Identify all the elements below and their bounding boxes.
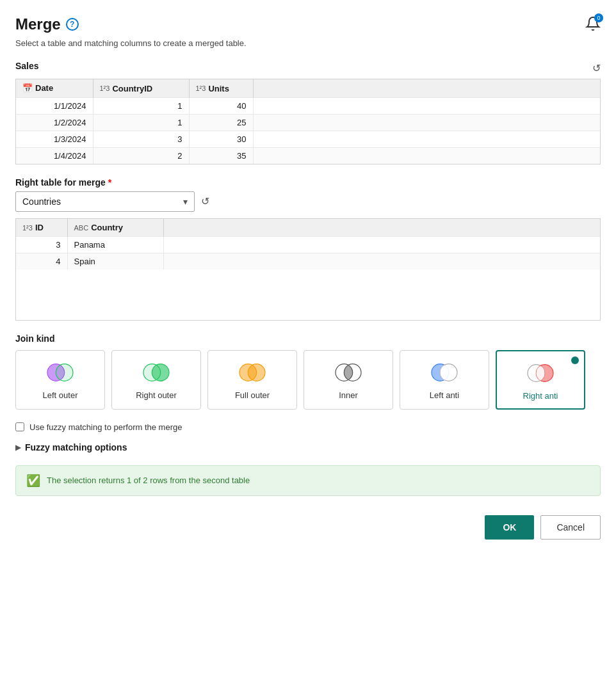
countries-table-row[interactable]: 4 Spain [16,253,600,270]
countries-cell-id: 3 [16,237,67,253]
sales-cell-date: 1/2/2024 [16,114,93,131]
notification-badge: 0 [594,13,603,22]
left-outer-icon [44,361,76,384]
sales-cell-date: 1/4/2024 [16,147,93,164]
join-card-left-anti[interactable]: Left anti [400,350,489,410]
left-outer-label: Left outer [43,390,78,400]
fuzzy-matching-checkbox[interactable] [15,422,24,431]
dropdown-value: Countries [22,196,61,207]
svg-point-1 [56,364,73,381]
left-anti-label: Left anti [430,390,459,400]
countryid-type-icon: 1²3 [100,84,110,92]
fuzzy-options-row[interactable]: ▶ Fuzzy matching options [15,442,601,452]
cancel-button[interactable]: Cancel [540,515,601,540]
countries-table: 1²3 ID ABC Country 3 Panama 4 Spain [16,219,600,270]
sales-col-units[interactable]: 1²3 Units [189,79,253,97]
join-kind-label: Join kind [15,333,601,344]
right-table-dropdown[interactable]: Countries ▾ [15,191,195,212]
sales-cell-units: 35 [189,147,253,164]
right-outer-icon [140,361,172,384]
sales-refresh-button[interactable]: ↺ [592,62,601,74]
right-outer-label: Right outer [136,390,177,400]
selected-indicator [571,356,579,364]
sales-cell-countryid: 3 [93,131,189,147]
sales-cell-units: 25 [189,114,253,131]
help-icon[interactable]: ? [66,18,79,31]
subtitle: Select a table and matching columns to c… [15,38,601,48]
join-card-right-outer[interactable]: Right outer [111,350,201,410]
countries-col-empty [163,219,600,237]
sales-cell-empty [253,114,600,131]
country-type-icon: ABC [74,224,89,232]
svg-point-5 [248,364,265,381]
join-card-inner[interactable]: Inner [304,350,393,410]
fuzzy-matching-row: Use fuzzy matching to perform the merge [15,422,601,432]
sales-cell-empty [253,131,600,147]
sales-cell-countryid: 1 [93,114,189,131]
status-message: The selection returns 1 of 2 rows from t… [47,476,250,485]
page-title: Merge [15,15,61,33]
countries-col-id[interactable]: 1²3 ID [16,219,67,237]
right-anti-icon [524,362,556,385]
ok-button[interactable]: OK [485,515,534,540]
sales-cell-countryid: 2 [93,147,189,164]
countries-cell-empty [163,253,600,270]
full-outer-icon [236,361,268,384]
countries-cell-id: 4 [16,253,67,270]
countries-table-container: 1²3 ID ABC Country 3 Panama 4 Spain [15,218,601,321]
inner-label: Inner [339,390,358,400]
sales-label: Sales [15,61,39,71]
sales-cell-empty [253,97,600,114]
countries-refresh-button[interactable]: ↺ [201,195,209,207]
countries-cell-country: Panama [67,237,163,253]
sales-table: 📅 Date 1²3 CountryID 1²3 Units [16,79,600,164]
sales-col-countryid[interactable]: 1²3 CountryID [93,79,189,97]
sales-table-container: 📅 Date 1²3 CountryID 1²3 Units [15,79,601,164]
countries-cell-country: Spain [67,253,163,270]
units-type-icon: 1²3 [196,84,206,92]
sales-col-date[interactable]: 📅 Date [16,79,93,97]
chevron-right-icon: ▶ [15,443,21,452]
id-type-icon: 1²3 [22,224,33,232]
sales-table-row[interactable]: 1/3/2024 3 30 [16,131,600,147]
action-row: OK Cancel [15,515,601,540]
dropdown-arrow-icon: ▾ [183,196,188,207]
fuzzy-options-label: Fuzzy matching options [25,442,127,452]
svg-point-3 [152,364,169,381]
join-card-left-outer[interactable]: Left outer [15,350,105,410]
inner-icon [332,361,364,384]
join-card-right-anti[interactable]: Right anti [496,350,585,410]
countries-table-row[interactable]: 3 Panama [16,237,600,253]
countries-cell-empty [163,237,600,253]
sales-cell-units: 40 [189,97,253,114]
sales-cell-empty [253,147,600,164]
title-area: Merge ? [15,15,79,33]
sales-table-row[interactable]: 1/2/2024 1 25 [16,114,600,131]
right-anti-label: Right anti [523,391,558,401]
sales-cell-countryid: 1 [93,97,189,114]
header: Merge ? 0 [15,15,601,33]
countries-col-country[interactable]: ABC Country [67,219,163,237]
status-bar: ✅ The selection returns 1 of 2 rows from… [15,465,601,496]
fuzzy-matching-label: Use fuzzy matching to perform the merge [29,422,182,432]
notification-icon[interactable]: 0 [585,16,601,33]
left-anti-icon [428,361,460,384]
sales-col-empty [253,79,600,97]
required-indicator: * [108,177,111,188]
sales-cell-date: 1/3/2024 [16,131,93,147]
sales-table-row[interactable]: 1/1/2024 1 40 [16,97,600,114]
sales-cell-units: 30 [189,131,253,147]
sales-cell-date: 1/1/2024 [16,97,93,114]
date-icon: 📅 [22,83,33,93]
sales-section-header: Sales ↺ [15,61,601,75]
full-outer-label: Full outer [235,390,270,400]
sales-table-row[interactable]: 1/4/2024 2 35 [16,147,600,164]
join-options-container: Left outer Right outer Full outer Inner [15,350,601,410]
right-table-label: Right table for merge [15,177,106,188]
join-card-full-outer[interactable]: Full outer [207,350,297,410]
status-check-icon: ✅ [26,474,40,488]
